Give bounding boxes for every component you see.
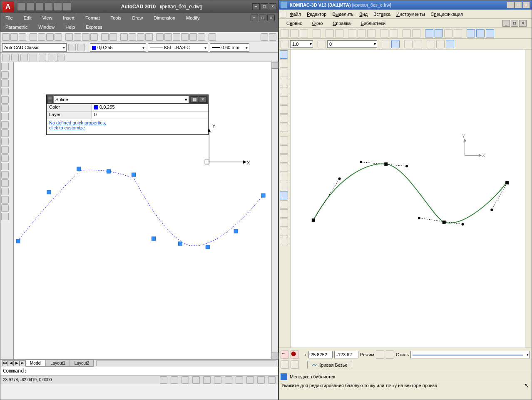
print-icon[interactable] xyxy=(63,2,71,11)
calc-icon[interactable] xyxy=(198,33,205,41)
close-button[interactable]: × xyxy=(269,3,276,10)
qp-close-button[interactable]: × xyxy=(199,96,206,103)
qp-header[interactable]: Spline ▦ × xyxy=(47,95,208,104)
back-icon[interactable] xyxy=(280,11,286,17)
close-button[interactable]: × xyxy=(522,2,530,8)
global-snap-icon[interactable] xyxy=(391,40,400,48)
sheet-set-icon[interactable] xyxy=(181,33,189,41)
block-icon[interactable] xyxy=(1,154,9,162)
text-panel-icon[interactable] xyxy=(280,78,288,86)
menu-editor[interactable]: Редактор xyxy=(304,11,329,17)
menu-dimension[interactable]: Dimension xyxy=(152,15,177,21)
vp-clip-icon[interactable] xyxy=(57,54,65,61)
otrack-toggle[interactable] xyxy=(214,376,221,384)
vp-single-icon[interactable] xyxy=(39,54,46,61)
copy-props-icon[interactable] xyxy=(380,29,388,37)
qp-color-value[interactable]: 0,0,255 xyxy=(92,104,208,111)
minimize-button[interactable]: − xyxy=(252,3,260,10)
auto-create-icon[interactable] xyxy=(281,360,289,369)
workspace-dropdown[interactable]: AutoCAD Classic xyxy=(2,43,67,52)
zoom-prev-icon[interactable] xyxy=(137,33,144,41)
menu-modify[interactable]: Modify xyxy=(184,15,201,21)
menu-help[interactable]: Help xyxy=(64,24,77,30)
point-icon[interactable] xyxy=(280,136,288,144)
preview-icon[interactable] xyxy=(326,29,334,37)
menu-parametric[interactable]: Parametric xyxy=(4,24,29,30)
redo-icon[interactable] xyxy=(54,2,62,11)
tab-model[interactable]: Model xyxy=(25,360,46,367)
revcloud-icon[interactable] xyxy=(1,121,9,129)
mode-open-icon[interactable] xyxy=(376,350,384,359)
paste-icon[interactable] xyxy=(367,29,375,37)
menu-service[interactable]: Сервис xyxy=(284,20,305,27)
viewport-icon[interactable] xyxy=(11,54,19,61)
tab-next-button[interactable]: ▶ xyxy=(14,360,20,366)
param-panel-icon[interactable] xyxy=(280,96,288,104)
menu-select[interactable]: Выделить xyxy=(330,11,356,17)
line-icon[interactable] xyxy=(1,63,9,70)
circle-icon[interactable] xyxy=(280,164,288,172)
menu-edit[interactable]: Edit xyxy=(22,15,33,21)
autocad-scrollbar-horizontal[interactable] xyxy=(96,360,276,366)
local-cs-icon[interactable] xyxy=(446,40,454,48)
rectangle-icon[interactable] xyxy=(1,96,9,104)
zoom-window-icon[interactable] xyxy=(145,33,153,41)
properties-icon[interactable] xyxy=(156,33,164,41)
menu-libraries[interactable]: Библиотеки xyxy=(358,20,388,27)
zoom-in-icon[interactable] xyxy=(476,29,485,37)
mdi-minimize-button[interactable]: − xyxy=(251,15,258,21)
autocad-logo-icon[interactable]: A xyxy=(2,1,14,12)
y-input[interactable] xyxy=(334,351,358,358)
new-icon[interactable] xyxy=(2,33,10,41)
param-icon[interactable] xyxy=(404,40,413,48)
mdi-minimize-button[interactable]: _ xyxy=(502,20,510,27)
dimensions-panel-icon[interactable] xyxy=(280,60,288,68)
layer-freeze-icon[interactable] xyxy=(261,33,268,41)
chamfer-icon[interactable] xyxy=(280,200,288,209)
save-icon[interactable] xyxy=(300,29,308,37)
grid-toggle[interactable] xyxy=(171,376,178,384)
polyline-icon[interactable] xyxy=(1,80,9,87)
save-icon[interactable] xyxy=(35,2,44,11)
named-views-icon[interactable] xyxy=(2,54,10,61)
lineweight-dropdown[interactable]: 0.60 mm xyxy=(210,43,249,52)
snap-toggle[interactable] xyxy=(160,376,167,384)
undo-icon[interactable] xyxy=(403,29,411,37)
make-block-icon[interactable] xyxy=(1,163,9,170)
3ddwf-icon[interactable] xyxy=(55,33,62,41)
zoom-out-icon[interactable] xyxy=(486,29,494,37)
cut-icon[interactable] xyxy=(65,33,73,41)
construction-line-icon[interactable] xyxy=(1,71,9,79)
arc-icon[interactable] xyxy=(280,173,288,181)
dyn-toggle[interactable] xyxy=(236,376,243,384)
undo-icon[interactable] xyxy=(101,33,109,41)
minimize-button[interactable]: _ xyxy=(507,2,514,8)
polar-toggle[interactable] xyxy=(192,376,200,384)
open-icon[interactable] xyxy=(290,29,298,37)
mdi-close-button[interactable]: × xyxy=(519,20,527,27)
gear-icon[interactable] xyxy=(77,44,85,51)
qp-object-type-dropdown[interactable]: Spline xyxy=(53,96,189,103)
mode-closed-icon[interactable] xyxy=(386,350,394,359)
open-icon[interactable] xyxy=(26,2,35,11)
menu-file[interactable]: Файл xyxy=(287,11,303,17)
equidistant-icon[interactable] xyxy=(280,228,288,236)
help-icon[interactable] xyxy=(454,29,462,37)
tab-first-button[interactable]: ⏮ xyxy=(2,360,8,366)
library-manager-bar[interactable]: Менеджер библиотек xyxy=(279,372,532,381)
ellipse-icon[interactable] xyxy=(280,182,288,190)
command-line[interactable]: Command: xyxy=(0,367,278,375)
style-dropdown[interactable] xyxy=(410,351,530,358)
hatch-icon[interactable] xyxy=(1,179,9,187)
point-icon[interactable] xyxy=(1,171,9,179)
color-dropdown[interactable]: 0,0,255 xyxy=(90,43,146,52)
polygon-icon[interactable] xyxy=(1,88,9,95)
autocad-scrollbar-vertical[interactable] xyxy=(271,62,278,359)
layer-icon[interactable] xyxy=(318,40,326,48)
vp-poly-icon[interactable] xyxy=(48,54,55,61)
pan-icon[interactable] xyxy=(120,33,128,41)
spec-panel-icon[interactable] xyxy=(280,124,288,132)
workspace-settings-icon[interactable] xyxy=(68,44,76,51)
qp-options-icon[interactable]: ▦ xyxy=(191,96,198,103)
qp-customize-link-1[interactable]: No defined quick properties, xyxy=(49,120,106,125)
